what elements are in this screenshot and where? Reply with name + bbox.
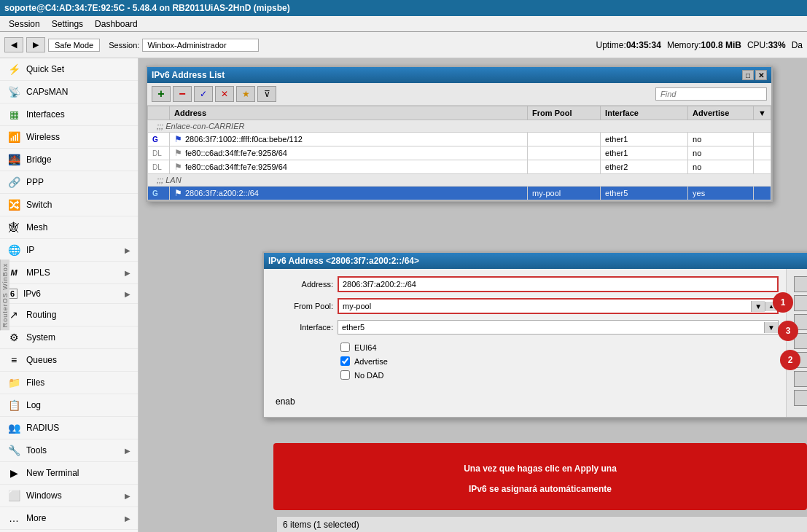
ipv6-arrow-icon: ▶	[125, 290, 130, 298]
table-row[interactable]: G ⚑2806:3f7:1002::ffff:f0ca:bebe/112 eth…	[148, 133, 771, 146]
routeros-winbox-label: RouterOS WinBox	[0, 260, 9, 331]
red-banner: Una vez que hagas clic en Apply una IPv6…	[273, 443, 807, 510]
sidebar-item-tools[interactable]: 🔧 Tools ▶	[0, 439, 138, 462]
ip-arrow-icon: ▶	[125, 246, 130, 254]
cancel-button-dialog[interactable]: Cancel	[794, 295, 807, 311]
col-from-pool[interactable]: From Pool	[528, 106, 601, 120]
table-row[interactable]: DL ⚑fe80::c6ad:34ff:fe7e:9258/64 ether1 …	[148, 146, 771, 160]
sidebar-item-mesh[interactable]: 🕸 Mesh	[0, 216, 138, 239]
sidebar-item-more[interactable]: … More ▶	[0, 507, 138, 530]
sidebar-item-radius[interactable]: 👥 RADIUS	[0, 417, 138, 439]
enable-label: enab	[276, 396, 295, 407]
from-pool-select[interactable]: my-pool ▼ ▲	[338, 298, 779, 314]
check-button[interactable]: ✓	[194, 86, 213, 102]
sidebar-label-tools: Tools	[26, 445, 47, 455]
sidebar-label-wireless: Wireless	[26, 132, 60, 142]
sidebar-item-files[interactable]: 📁 Files	[0, 372, 138, 394]
safe-mode-button[interactable]: Safe Mode	[48, 39, 100, 52]
col-interface[interactable]: Interface	[601, 106, 688, 120]
more-arrow-icon: ▶	[125, 515, 130, 523]
list-window-controls: □ ✕	[742, 70, 767, 80]
toolbar: ◀ ▶ Safe Mode Session: Winbox-Administra…	[0, 32, 807, 58]
sidebar-item-new-terminal[interactable]: ▶ New Terminal	[0, 462, 138, 485]
sidebar-item-windows[interactable]: ⬜ Windows ▶	[0, 485, 138, 507]
sidebar-item-routing[interactable]: ↗ Routing	[0, 304, 138, 326]
remove-button[interactable]: remove	[794, 390, 807, 406]
tools-icon: 🔧	[7, 444, 20, 457]
more-icon: …	[7, 512, 20, 525]
files-icon: 📁	[7, 376, 20, 389]
sidebar-item-bridge[interactable]: 🌉 Bridge	[0, 149, 138, 171]
sidebar-label-capsman: CAPsMAN	[26, 87, 68, 97]
sidebar-label-log: Log	[26, 400, 41, 410]
uptime-label: Uptime:04:35:34	[596, 40, 661, 50]
filter-button[interactable]: ⊽	[257, 86, 276, 102]
add-button[interactable]: +	[152, 86, 171, 102]
menu-settings[interactable]: Settings	[46, 17, 89, 31]
dialog-form: Address: From Pool: my-pool ▼ ▲ 1	[264, 269, 786, 417]
star-button[interactable]: ★	[236, 86, 255, 102]
ok-button[interactable]: OK	[794, 276, 807, 292]
system-icon: ⚙	[7, 331, 20, 344]
interfaces-icon: ▦	[7, 108, 20, 121]
list-window-titlebar: IPv6 Address List □ ✕	[147, 67, 771, 83]
back-button[interactable]: ◀	[4, 37, 23, 52]
status-text: 6 items (1 selected)	[283, 520, 359, 530]
sidebar-item-capsman[interactable]: 📡 CAPsMAN	[0, 81, 138, 103]
list-window-restore[interactable]: □	[742, 70, 754, 80]
list-window: IPv6 Address List □ ✕ + − ✓ ✕ ★ ⊽	[146, 66, 773, 202]
session-label: Session:	[109, 41, 139, 50]
sidebar-item-system[interactable]: ⚙ System	[0, 326, 138, 349]
sidebar-item-switch[interactable]: 🔀 Switch	[0, 194, 138, 216]
sidebar-item-ipv6[interactable]: 6 IPv6 ▶	[0, 284, 138, 304]
flag-g: G	[152, 136, 158, 144]
sidebar-item-wireless[interactable]: 📶 Wireless	[0, 126, 138, 149]
list-table-container: Address From Pool Interface Advertise ▼ …	[147, 106, 771, 200]
from-pool-label: From Pool:	[271, 302, 333, 310]
sidebar-label-switch: Switch	[26, 200, 52, 210]
menu-dashboard[interactable]: Dashboard	[89, 17, 144, 31]
interface-dropdown[interactable]: ▼	[764, 322, 778, 333]
table-row-selected[interactable]: G ⚑2806:3f7:a200:2::/64 my-pool ether5 y…	[148, 187, 771, 200]
sidebar-item-interfaces[interactable]: ▦ Interfaces	[0, 103, 138, 126]
sidebar-item-quick-set[interactable]: ⚡ Quick Set	[0, 58, 138, 81]
address-label: Address:	[271, 280, 333, 289]
delete-button[interactable]: −	[173, 86, 192, 102]
forward-button[interactable]: ▶	[26, 37, 45, 52]
advertise-checkbox[interactable]	[340, 356, 350, 366]
mesh-icon: 🕸	[7, 221, 20, 234]
sidebar-label-quick-set: Quick Set	[26, 64, 64, 74]
col-flag[interactable]	[148, 106, 170, 120]
sidebar-label-queues: Queues	[26, 355, 57, 365]
main-layout: ⚡ Quick Set 📡 CAPsMAN ▦ Interfaces 📶 Wir…	[0, 58, 807, 532]
from-pool-dropdown[interactable]: ▼	[751, 301, 765, 312]
eui64-checkbox[interactable]	[340, 343, 350, 352]
ppp-icon: 🔗	[7, 176, 20, 189]
sidebar-item-log[interactable]: 📋 Log	[0, 394, 138, 417]
menu-session[interactable]: Session	[3, 17, 46, 31]
group-row-carrier: ;;; Enlace-con-CARRIER	[148, 120, 771, 133]
interface-select[interactable]: ether5 ▼	[338, 320, 779, 335]
advertise-label: Advertise	[354, 357, 388, 366]
status-bar: 6 items (1 selected)	[277, 516, 807, 532]
sidebar-label-mesh: Mesh	[26, 222, 47, 232]
search-input[interactable]	[655, 87, 767, 101]
sidebar-label-more: More	[26, 513, 46, 523]
list-window-close[interactable]: ✕	[755, 70, 767, 80]
list-toolbar: + − ✓ ✕ ★ ⊽	[147, 83, 771, 106]
sidebar-item-queues[interactable]: ≡ Queues	[0, 349, 138, 372]
copy-button[interactable]: Copy	[794, 371, 807, 387]
col-advertise[interactable]: Advertise	[688, 106, 754, 120]
sidebar-item-ip[interactable]: 🌐 IP ▶	[0, 239, 138, 262]
sidebar-label-windows: Windows	[26, 490, 62, 501]
eui64-label: EUI64	[354, 343, 377, 352]
col-address[interactable]: Address	[170, 106, 528, 120]
no-dad-checkbox[interactable]	[340, 370, 350, 380]
col-dropdown[interactable]: ▼	[754, 106, 771, 120]
table-row[interactable]: DL ⚑fe80::c6ad:34ff:fe7e:9259/64 ether2 …	[148, 160, 771, 174]
sidebar-item-ppp[interactable]: 🔗 PPP	[0, 171, 138, 194]
cancel-button[interactable]: ✕	[215, 86, 234, 102]
capsman-icon: 📡	[7, 85, 20, 98]
sidebar-item-mpls[interactable]: M MPLS ▶	[0, 262, 138, 284]
address-input[interactable]	[338, 276, 779, 292]
